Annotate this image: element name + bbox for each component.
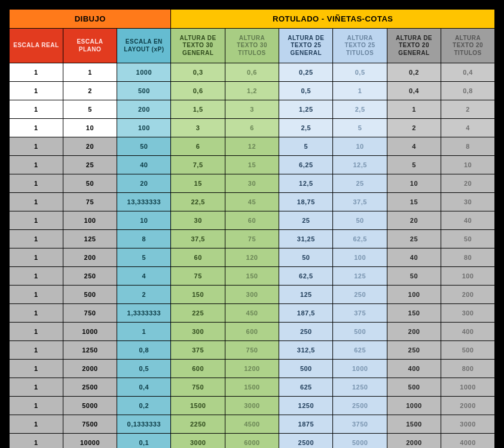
cell: 250 [387, 341, 441, 360]
cell: 1 [387, 100, 441, 119]
cell: 0,5 [279, 82, 333, 100]
cell: 18,75 [279, 193, 333, 211]
cell: 1 [333, 82, 387, 100]
cell: 2 [441, 100, 495, 119]
cell: 750 [225, 341, 279, 360]
cell: 1500 [387, 415, 441, 434]
table-row: 17501,3333333225450187,5375150300 [9, 304, 495, 323]
cell: 150 [387, 304, 441, 323]
cell: 1 [63, 63, 117, 82]
cell: 1500 [225, 378, 279, 397]
col-t20-general: ALTURA DE TEXTO 20 GENERAL [387, 29, 441, 63]
cell: 375 [171, 341, 225, 360]
table-row: 125047515062,512550100 [9, 267, 495, 286]
cell: 1 [9, 137, 63, 156]
cell: 500 [279, 360, 333, 378]
cell: 1,3333333 [117, 304, 171, 323]
cell: 150 [171, 286, 225, 304]
cell: 50 [117, 137, 171, 156]
table-row: 125000,61,20,510,40,8 [9, 82, 495, 100]
cell: 125 [333, 267, 387, 286]
table-row: 1205061251048 [9, 137, 495, 156]
cell: 7,5 [171, 156, 225, 174]
cell: 5 [333, 119, 387, 137]
cell: 12,5 [333, 156, 387, 174]
cell: 20 [387, 211, 441, 230]
column-header-row: ESCALA REAL ESCALA PLANO ESCALA EN LAYOU… [9, 29, 495, 63]
cell: 25 [387, 230, 441, 248]
cell: 500 [441, 341, 495, 360]
cell: 50 [441, 230, 495, 248]
cell: 2,5 [333, 100, 387, 119]
cell: 5000 [333, 434, 387, 449]
cell: 2250 [171, 415, 225, 434]
cell: 12 [225, 137, 279, 156]
cell: 1 [117, 323, 171, 341]
cell: 0,2 [387, 63, 441, 82]
table-row: 175000,1333333225045001875375015003000 [9, 415, 495, 434]
cell: 10 [441, 156, 495, 174]
cell: 37,5 [171, 230, 225, 248]
cell: 250 [279, 323, 333, 341]
cell: 1,25 [279, 100, 333, 119]
cell: 0,4 [441, 63, 495, 82]
cell: 62,5 [333, 230, 387, 248]
cell: 15 [171, 174, 225, 193]
cell: 0,25 [279, 63, 333, 82]
cell: 2000 [441, 397, 495, 415]
cell: 200 [441, 286, 495, 304]
cell: 1 [9, 267, 63, 286]
cell: 40 [117, 156, 171, 174]
cell: 0,1 [117, 434, 171, 449]
cell: 1000 [117, 63, 171, 82]
superheader-dibujo: DIBUJO [9, 9, 171, 29]
cell: 45 [225, 193, 279, 211]
cell: 10 [117, 211, 171, 230]
table-row: 17513,33333322,54518,7537,51530 [9, 193, 495, 211]
cell: 400 [387, 360, 441, 378]
cell: 5 [117, 248, 171, 267]
cell: 0,8 [117, 341, 171, 360]
cell: 1 [9, 82, 63, 100]
cell: 1000 [63, 323, 117, 341]
cell: 30 [171, 211, 225, 230]
table-row: 150000,2150030001250250010002000 [9, 397, 495, 415]
cell: 250 [333, 286, 387, 304]
cell: 625 [333, 341, 387, 360]
cell: 6,25 [279, 156, 333, 174]
cell: 0,8 [441, 82, 495, 100]
cell: 750 [171, 378, 225, 397]
cell: 5000 [63, 397, 117, 415]
col-t25-general: ALTURA DE TEXTO 25 GENERAL [279, 29, 333, 63]
cell: 1,2 [225, 82, 279, 100]
cell: 5 [387, 156, 441, 174]
table-row: 110001300600250500200400 [9, 323, 495, 341]
cell: 4 [117, 267, 171, 286]
cell: 3000 [441, 415, 495, 434]
cell: 500 [117, 82, 171, 100]
cell: 1 [9, 211, 63, 230]
table-row: 1100000,1300060002500500020004000 [9, 434, 495, 449]
cell: 300 [225, 286, 279, 304]
cell: 22,5 [171, 193, 225, 211]
col-t25-titulos: ALTURA TEXTO 25 TITULOS [333, 29, 387, 63]
cell: 1 [9, 397, 63, 415]
cell: 8 [117, 230, 171, 248]
cell: 100 [387, 286, 441, 304]
cell: 400 [441, 323, 495, 341]
cell: 1 [9, 304, 63, 323]
cell: 1200 [225, 360, 279, 378]
cell: 200 [387, 323, 441, 341]
cell: 5 [279, 137, 333, 156]
cell: 125 [63, 230, 117, 248]
cell: 1875 [279, 415, 333, 434]
cell: 8 [441, 137, 495, 156]
cell: 20 [63, 137, 117, 156]
cell: 100 [117, 119, 171, 137]
cell: 1 [9, 156, 63, 174]
cell: 37,5 [333, 193, 387, 211]
cell: 30 [225, 174, 279, 193]
table-row: 1200560120501004080 [9, 248, 495, 267]
cell: 13,333333 [117, 193, 171, 211]
cell: 187,5 [279, 304, 333, 323]
